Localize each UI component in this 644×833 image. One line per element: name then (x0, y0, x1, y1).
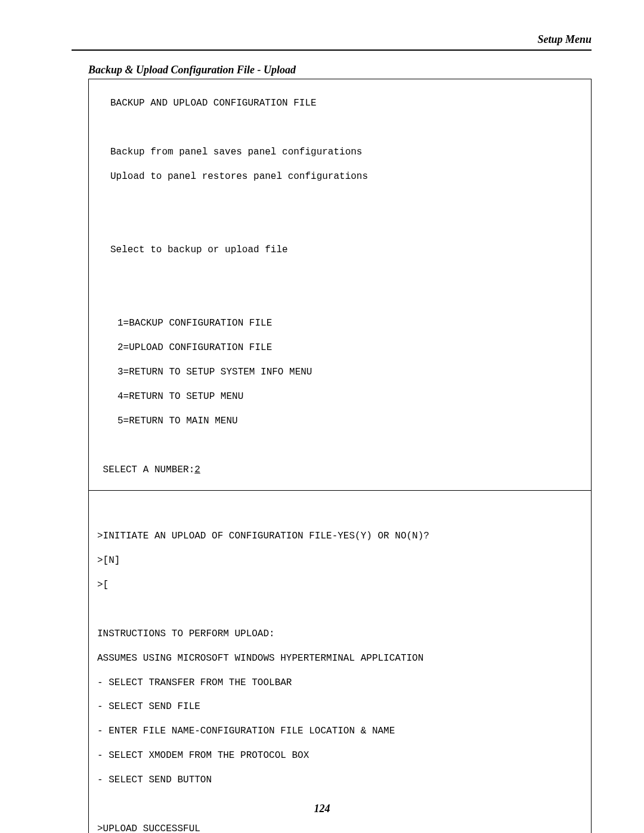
header-title: Setup Menu (72, 33, 592, 51)
term-line: >[N] (97, 555, 583, 566)
term-line: - SELECT SEND FILE (97, 701, 583, 713)
page-number: 124 (0, 803, 644, 815)
select-label: SELECT A NUMBER: (97, 465, 194, 475)
page-container: Setup Menu Backup & Upload Configuration… (0, 0, 644, 833)
menu-option: 4=RETURN TO SETUP MENU (97, 391, 583, 402)
term-line: Select to backup or upload file (97, 244, 583, 256)
term-line: Backup from panel saves panel configurat… (97, 146, 583, 158)
term-line: INSTRUCTIONS TO PERFORM UPLOAD: (97, 628, 583, 640)
term-line: >INITIATE AN UPLOAD OF CONFIGURATION FIL… (97, 530, 583, 542)
term-line: - SELECT SEND BUTTON (97, 774, 583, 786)
menu-option: 3=RETURN TO SETUP SYSTEM INFO MENU (97, 366, 583, 378)
content-section: Backup & Upload Configuration File - Upl… (88, 64, 592, 833)
term-line: >UPLOAD SUCCESSFUL (97, 823, 583, 833)
menu-option: 5=RETURN TO MAIN MENU (97, 415, 583, 427)
caption-backup-upload: Backup & Upload Configuration File - Upl… (88, 64, 592, 76)
term-line: Upload to panel restores panel configura… (97, 171, 583, 182)
term-line: >[ (97, 579, 583, 591)
select-prompt: SELECT A NUMBER:2 (97, 464, 583, 476)
term-line: - SELECT TRANSFER FROM THE TOOLBAR (97, 677, 583, 689)
divider (89, 490, 591, 491)
select-value: 2 (194, 465, 200, 475)
terminal-box-1: BACKUP AND UPLOAD CONFIGURATION FILE Bac… (88, 79, 592, 833)
term-line: - SELECT XMODEM FROM THE PROTOCOL BOX (97, 750, 583, 761)
menu-option: 2=UPLOAD CONFIGURATION FILE (97, 342, 583, 354)
term-line: ASSUMES USING MICROSOFT WINDOWS HYPERTER… (97, 652, 583, 664)
term-title: BACKUP AND UPLOAD CONFIGURATION FILE (97, 97, 583, 109)
term-line: - ENTER FILE NAME-CONFIGURATION FILE LOC… (97, 725, 583, 737)
menu-option: 1=BACKUP CONFIGURATION FILE (97, 317, 583, 329)
